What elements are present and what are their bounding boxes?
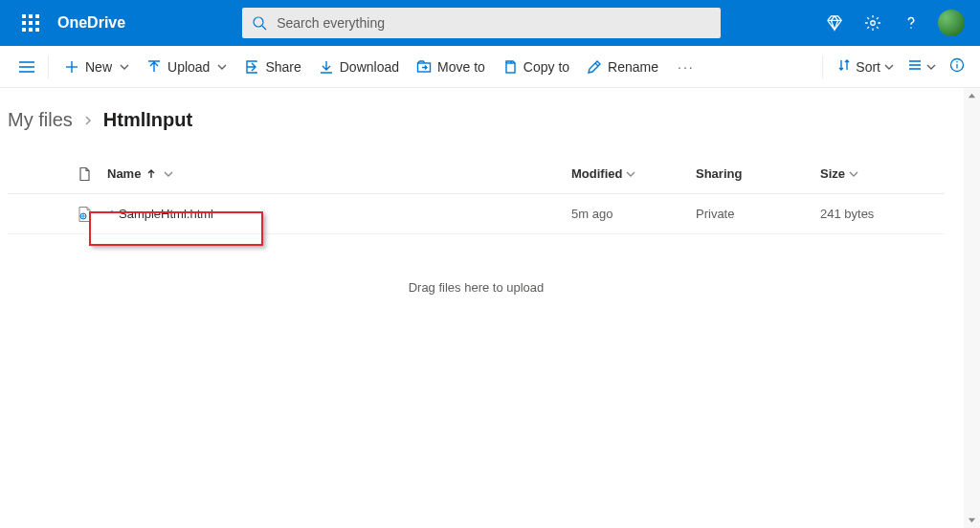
chevron-down-icon <box>217 62 227 72</box>
svg-rect-0 <box>22 14 26 18</box>
upload-icon <box>146 59 162 75</box>
breadcrumb-root[interactable]: My files <box>8 109 73 131</box>
divider <box>48 55 49 78</box>
share-label: Share <box>265 59 301 75</box>
move-to-icon <box>416 59 432 75</box>
copy-to-button[interactable]: Copy to <box>495 52 577 82</box>
chevron-down-icon <box>926 59 936 75</box>
svg-point-12 <box>910 27 912 29</box>
more-actions-icon[interactable]: ··· <box>668 52 704 82</box>
chevron-right-icon <box>82 115 94 126</box>
svg-rect-19 <box>506 63 515 73</box>
upload-label: Upload <box>167 59 210 75</box>
svg-rect-6 <box>22 28 26 32</box>
svg-rect-3 <box>22 21 26 25</box>
view-icon <box>907 57 923 76</box>
table-row[interactable]: SampleHtml.html 5m ago Private 241 bytes <box>8 194 945 234</box>
share-button[interactable]: Share <box>236 52 308 82</box>
view-button[interactable] <box>902 52 942 82</box>
svg-rect-1 <box>29 14 33 18</box>
rename-label: Rename <box>608 59 658 75</box>
new-label: New <box>85 59 112 75</box>
info-button[interactable] <box>944 52 970 82</box>
file-name[interactable]: SampleHtml.html <box>107 207 213 221</box>
scroll-up-icon[interactable] <box>964 88 980 104</box>
sort-label: Sort <box>856 59 880 75</box>
chevron-down-icon <box>849 169 858 179</box>
search-icon <box>252 15 267 31</box>
column-size-label: Size <box>820 166 845 181</box>
move-to-label: Move to <box>437 59 485 75</box>
svg-rect-8 <box>35 28 39 32</box>
download-icon <box>319 59 334 75</box>
sort-icon <box>836 57 852 76</box>
breadcrumb-current: HtmlInput <box>103 109 192 131</box>
nav-toggle-icon[interactable] <box>13 52 40 82</box>
chevron-down-icon <box>120 62 129 72</box>
chevron-down-icon <box>626 169 635 179</box>
new-indicator-icon <box>107 209 117 219</box>
file-size: 241 bytes <box>820 207 945 221</box>
file-name-text: SampleHtml.html <box>119 207 213 221</box>
html-file-icon <box>76 206 93 223</box>
svg-point-25 <box>956 61 958 63</box>
sort-asc-icon <box>146 169 156 179</box>
scrollbar[interactable] <box>964 88 980 528</box>
svg-point-9 <box>254 17 263 27</box>
search-placeholder: Search everything <box>277 15 385 31</box>
avatar[interactable] <box>938 10 965 36</box>
rename-button[interactable]: Rename <box>579 52 666 82</box>
copy-to-icon <box>502 59 518 75</box>
filetype-column-icon[interactable] <box>61 166 107 182</box>
settings-icon[interactable] <box>854 0 892 46</box>
scroll-down-icon[interactable] <box>964 512 980 528</box>
chevron-down-icon <box>164 169 173 179</box>
column-name-label: Name <box>107 166 141 181</box>
file-list: Name Modified Sharing Size <box>8 154 945 234</box>
download-label: Download <box>340 59 399 75</box>
download-button[interactable]: Download <box>311 52 407 82</box>
column-header-name[interactable]: Name <box>107 166 571 181</box>
brand-title[interactable]: OneDrive <box>54 14 137 32</box>
info-icon <box>949 57 965 76</box>
search-input[interactable]: Search everything <box>242 8 721 38</box>
svg-rect-2 <box>35 14 39 18</box>
upload-button[interactable]: Upload <box>139 52 234 82</box>
sort-button[interactable]: Sort <box>831 52 900 82</box>
svg-rect-7 <box>29 28 33 32</box>
command-bar: New Upload Share Download Move to Copy t… <box>0 46 980 88</box>
premium-icon[interactable] <box>815 0 854 46</box>
column-header-sharing[interactable]: Sharing <box>696 166 820 181</box>
content-scroll-area: My files HtmlInput Name Modified <box>0 88 980 528</box>
waffle-icon[interactable] <box>8 0 54 46</box>
svg-rect-4 <box>29 21 33 25</box>
breadcrumb: My files HtmlInput <box>8 98 945 154</box>
divider <box>822 55 823 78</box>
share-icon <box>244 59 259 75</box>
chevron-down-icon <box>884 59 894 75</box>
svg-rect-5 <box>35 21 39 25</box>
drop-files-hint: Drag files here to upload <box>8 234 945 341</box>
copy-to-label: Copy to <box>523 59 569 75</box>
file-modified: 5m ago <box>571 207 696 221</box>
svg-point-11 <box>871 21 876 26</box>
rename-icon <box>587 59 602 75</box>
app-header: OneDrive Search everything <box>0 0 980 46</box>
list-header-row: Name Modified Sharing Size <box>8 154 945 194</box>
column-header-modified[interactable]: Modified <box>571 166 696 181</box>
plus-icon <box>64 59 79 75</box>
file-sharing: Private <box>696 207 820 221</box>
help-icon[interactable] <box>892 0 930 46</box>
column-modified-label: Modified <box>571 166 622 181</box>
new-button[interactable]: New <box>56 52 137 82</box>
column-header-size[interactable]: Size <box>820 166 945 181</box>
svg-line-10 <box>262 26 266 30</box>
column-sharing-label: Sharing <box>696 166 742 181</box>
move-to-button[interactable]: Move to <box>409 52 493 82</box>
